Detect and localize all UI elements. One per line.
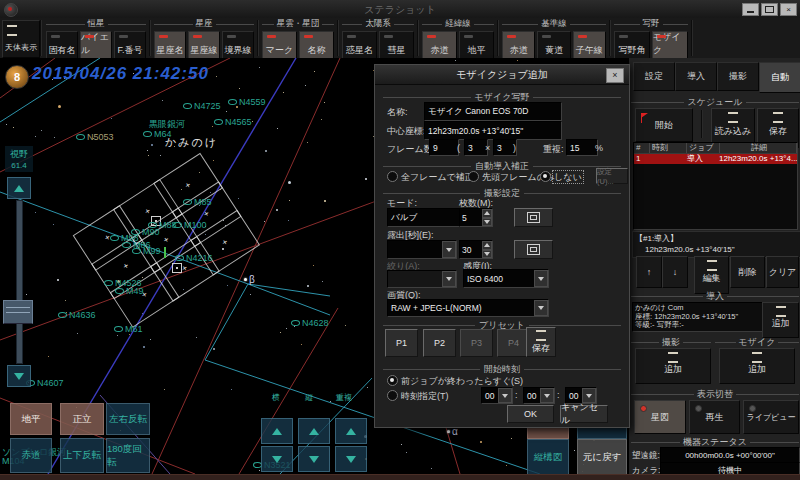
zoom-slider-handle[interactable] (3, 300, 33, 324)
window-bottom-edge (0, 474, 800, 480)
dropdown-arrow-icon[interactable] (540, 388, 554, 403)
display-chart-button[interactable]: 星図 (634, 400, 686, 434)
close-button[interactable]: × (780, 3, 797, 16)
name-input[interactable]: モザイク Canon EOS 70D (424, 102, 562, 121)
dialog-close-button[interactable]: × (606, 68, 624, 83)
toolbar-button-const-name[interactable]: 星座名 (154, 31, 186, 61)
zoom-in-button[interactable] (7, 177, 31, 199)
toolbar-button-fov-angle[interactable]: 写野角 (614, 31, 650, 61)
led-icon (578, 35, 587, 38)
cancel-button[interactable]: キャンセル (560, 405, 608, 423)
group-label: 星座 (196, 18, 213, 30)
radio-correct-all[interactable]: 全フレームで補正 (387, 171, 474, 184)
count-spinner[interactable]: 5 (459, 208, 493, 227)
toolbar-button-ref-meridian[interactable]: 子午線 (573, 31, 606, 61)
flip-vertical-button[interactable]: 上下反転 (60, 438, 104, 473)
schedule-table[interactable]: # 時刻 ジョブ 詳細 1 導入 12h23m20.0s +13°4... (633, 142, 798, 230)
toolbar-button-const-line[interactable]: 星座線 (188, 31, 220, 61)
columns-down-button[interactable] (261, 446, 293, 472)
flip-horizontal-button[interactable]: 左右反転 (106, 403, 150, 435)
led-icon (657, 35, 666, 38)
rotate-180-button[interactable]: 180度回転 (106, 438, 150, 473)
toolbar-button-ds-mark[interactable]: マーク (262, 31, 297, 61)
display-liveview-button[interactable]: ライブビュー (743, 400, 799, 434)
ok-button[interactable]: OK (507, 405, 554, 423)
count-preview-button[interactable] (514, 208, 553, 227)
tab-goto[interactable]: 導入 (675, 62, 717, 91)
equatorial-mode-button[interactable]: 赤道 (10, 438, 52, 473)
toolbar-button-ref-equator[interactable]: 赤道 (502, 31, 535, 61)
mosaic-job-dialog: モザイクジョブ追加 × モザイク写野 名称: モザイク Canon EOS 70… (374, 64, 630, 428)
toolbar-button-comet[interactable]: 彗星 (379, 31, 414, 61)
radio-start-at-time[interactable]: 時刻指定(T) (387, 390, 449, 403)
hidden-button-partial[interactable] (527, 427, 569, 439)
job-move-down-button[interactable]: ↓ (662, 256, 688, 288)
toolbar-button-grid-horizon[interactable]: 地平 (459, 31, 494, 61)
overlap-up-button[interactable] (335, 418, 367, 444)
toolbar-button-mosaic[interactable]: モザイク (652, 31, 688, 61)
overlap-down-button[interactable] (335, 446, 367, 472)
start-minute-dropdown[interactable]: 00 (523, 387, 555, 404)
preset-save-button[interactable]: 保存 (526, 327, 556, 357)
portrait-composition-button[interactable]: 縦構図 (527, 439, 569, 474)
restore-button[interactable] (761, 3, 778, 16)
goto-add-button[interactable]: 追加 (762, 302, 799, 338)
exposure-dropdown[interactable] (387, 240, 457, 259)
display-playback-button[interactable]: 再生 (689, 400, 740, 434)
radio-icon (387, 171, 398, 182)
minimize-button[interactable] (742, 3, 759, 16)
preset-p2-button[interactable]: P2 (423, 329, 456, 357)
colon: : (557, 390, 560, 400)
hidden-button-partial[interactable] (577, 427, 627, 439)
tab-settings[interactable]: 設定 (633, 62, 675, 91)
job-edit-button[interactable]: 編集 (694, 256, 729, 294)
toolbar-button-flamsteed[interactable]: F.番号 (114, 31, 146, 61)
start-hour-dropdown[interactable]: 00 (481, 387, 513, 404)
preset-p3-button[interactable]: P3 (460, 329, 493, 357)
preset-p1-button[interactable]: P1 (385, 329, 418, 357)
tab-auto[interactable]: 自動 (759, 62, 800, 93)
toolbar-button-bayer[interactable]: バイエル (80, 31, 112, 61)
spin-up-icon[interactable] (482, 209, 492, 218)
undo-button[interactable]: 元に戻す (577, 439, 627, 474)
job-clear-button[interactable]: クリア (766, 256, 799, 288)
dropdown-arrow-icon[interactable] (442, 241, 456, 258)
zoom-slider-track[interactable] (16, 200, 23, 364)
frame-count-input[interactable]: 9 (429, 139, 459, 156)
dropdown-arrow-icon[interactable] (534, 270, 548, 287)
led-icon (193, 35, 202, 38)
exposure-preview-button[interactable] (514, 240, 553, 259)
dropdown-arrow-icon[interactable] (534, 300, 548, 316)
dropdown-arrow-icon[interactable] (498, 388, 512, 403)
celestial-display-button[interactable]: 天体表示 (2, 20, 40, 58)
rows-down-button[interactable] (298, 446, 330, 472)
horizon-mode-button[interactable]: 地平 (10, 403, 52, 435)
radio-correct-none[interactable]: しない (540, 171, 582, 184)
quality-dropdown[interactable]: RAW + JPEG-L(NORM) (387, 299, 549, 317)
toolbar-button-planet-name[interactable]: 惑星名 (342, 31, 377, 61)
iso-dropdown[interactable]: ISO 6400 (463, 269, 549, 288)
toolbar-button-grid-equatorial[interactable]: 赤道 (422, 31, 457, 61)
schedule-start-button[interactable]: 開始 (635, 108, 693, 142)
job-delete-button[interactable]: 削除 (730, 256, 765, 288)
erect-view-button[interactable]: 正立 (60, 403, 104, 435)
toolbar-button-const-boundary[interactable]: 境界線 (222, 31, 254, 61)
toolbar-button-ref-ecliptic[interactable]: 黄道 (537, 31, 570, 61)
center-coord-input[interactable]: 12h23m20.0s +13°40'15" (424, 121, 562, 140)
autogoto-settings-button[interactable]: 設定(U)... (596, 168, 628, 184)
schedule-row-selected[interactable]: 1 導入 12h23m20.0s +13°4... (634, 154, 797, 164)
spin-down-icon[interactable] (482, 218, 492, 227)
mosaic-add-button[interactable]: 追加 (719, 348, 795, 384)
capture-add-button[interactable]: 追加 (635, 348, 711, 384)
rows-up-button[interactable] (298, 418, 330, 444)
job-move-up-button[interactable]: ↑ (636, 256, 662, 288)
exposure-spinner[interactable]: 30 (459, 240, 493, 259)
columns-up-button[interactable] (261, 418, 293, 444)
overlap-input[interactable]: 15 (566, 139, 598, 156)
spin-up-icon[interactable] (482, 241, 492, 250)
spin-down-icon[interactable] (482, 250, 492, 259)
toolbar-button-ds-name[interactable]: 名称 (299, 31, 334, 61)
toolbar-button-proper-name[interactable]: 固有名 (46, 31, 78, 61)
tab-capture[interactable]: 撮影 (717, 62, 759, 91)
zoom-out-button[interactable] (7, 365, 31, 387)
